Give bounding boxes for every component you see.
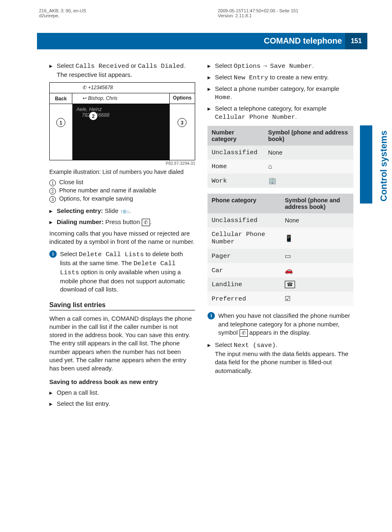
illustration-id: P82.87-3294-31 (49, 161, 195, 166)
circle-2-icon: 2 (49, 188, 56, 194)
step-number-category: Select a phone number category, for exam… (208, 85, 353, 102)
left-column: Select Calls Received or Calls Dialed. T… (49, 62, 195, 410)
callout-1-icon: 1 (56, 118, 65, 127)
illustration-caption: Example illustration: List of numbers yo… (49, 168, 195, 176)
symbol-icon: 🏢 (268, 177, 277, 184)
callout-text: Close list (59, 179, 83, 186)
category-cell: Unclassified (208, 213, 281, 227)
category-cell: Unclassified (208, 146, 264, 160)
mono-text: Delete Call Lists (79, 251, 144, 258)
callout-row: 3Options, for example saving (49, 195, 195, 203)
text: Select (215, 62, 234, 69)
category-cell: Car (208, 263, 281, 278)
mono-text: Cellular Phone Number (215, 113, 295, 121)
symbol-icon: ☑ (285, 295, 291, 302)
header-title: COMAND telephone (264, 36, 342, 46)
header-bar: COMAND telephone 151 (37, 33, 367, 49)
page-number: 151 (345, 33, 367, 49)
triangle-icon (208, 62, 215, 71)
callout-2-icon: 2 (89, 111, 98, 120)
text: Open a call list. (57, 389, 195, 397)
triangle-icon (49, 62, 57, 79)
step-select-calls: Select Calls Received or Calls Dialed. T… (49, 62, 195, 79)
mono-text: Home (215, 94, 230, 101)
symbol-cell: 🏢 (264, 173, 353, 188)
text: option is only available when using a mo… (60, 268, 185, 293)
mono-text: Next (save) (234, 342, 276, 349)
number-category-table: Number categorySymbol (phone and address… (208, 126, 353, 188)
step-dialing-number: Dialing number: Press button ✆. (49, 218, 195, 226)
triangle-icon (49, 207, 57, 215)
text: Select (57, 62, 76, 69)
th: Number category (208, 126, 264, 146)
step-next-save: Select Next (save).The input menu with t… (208, 341, 353, 375)
text: Select (215, 341, 234, 348)
category-cell: Cellular Phone Number (208, 227, 281, 249)
screenshot-illustration: ✆ +12345678 Back ↩ Bishop, Chris Options… (49, 82, 195, 160)
text: The respective list appears. (57, 71, 132, 78)
text: Press button (104, 218, 142, 225)
label: Selecting entry: (57, 207, 103, 214)
triangle-icon (49, 389, 57, 397)
text: to create a new entry. (268, 74, 329, 81)
symbol-cell: None (264, 146, 353, 160)
symbol-cell: ☑ (281, 291, 353, 306)
symbol-icon: ☎ (285, 281, 295, 288)
triangle-icon (208, 73, 215, 82)
text: Select (60, 250, 79, 257)
symbol-cell: 📱 (281, 227, 353, 249)
category-cell: Home (208, 160, 264, 173)
phone-symbol-icon: ✆ (240, 329, 248, 337)
table-row: Pager▭ (208, 249, 353, 263)
text: . (276, 341, 277, 348)
symbol-cell: 🚗 (281, 263, 353, 278)
call-button-icon: ✆ (142, 219, 150, 226)
callout-row: 1Close list (49, 179, 195, 186)
table-row: Car🚗 (208, 263, 353, 278)
table-row: Landline☎ (208, 278, 353, 291)
text: . (230, 93, 232, 100)
table-row: Work🏢 (208, 173, 353, 188)
text: Select a phone number category, for exam… (215, 85, 339, 92)
triangle-icon (208, 85, 215, 102)
phone-category-table: Phone categorySymbol (phone and address … (208, 194, 353, 306)
text: The input menu with the data fields appe… (215, 350, 348, 374)
th: Symbol (phone and address book) (281, 194, 353, 213)
category-cell: Work (208, 173, 264, 188)
text: Slide (103, 207, 120, 214)
info-note: i When you have not classified the phone… (208, 312, 353, 337)
step-open-call-list: Open a call list. (49, 389, 195, 397)
info-icon: i (208, 312, 215, 319)
table-row: Preferred☑ (208, 291, 353, 306)
table-row: Cellular Phone Number📱 (208, 227, 353, 249)
step-new-entry: Select New Entry to create a new entry. (208, 73, 353, 82)
callout-row: 2Phone number and name if available (49, 187, 195, 194)
text: . (312, 62, 314, 69)
arrow-text: → (261, 62, 270, 69)
meta-top-left: 216_AKB; 3; 90, en-US d2ureepe, (39, 8, 86, 18)
right-column: Select Options → Save Number. Select New… (208, 62, 353, 410)
side-tab-label: Control systems (378, 127, 389, 201)
heading-saving-addrbook: Saving to address book as new entry (49, 378, 195, 385)
mono-text: Calls Received (76, 62, 129, 70)
category-cell: Preferred (208, 291, 281, 306)
callout-3-icon: 3 (178, 118, 187, 127)
meta-top-right: 2009-05-15T11:47:50+02:00 - Seite 151 Ve… (218, 8, 298, 18)
mono-text: Calls Dialed (138, 62, 184, 70)
text: Select (215, 74, 234, 81)
symbol-icon: 🚗 (285, 267, 293, 274)
heading-saving-list: Saving list entries (49, 301, 195, 310)
th: Phone category (208, 194, 281, 213)
table-row: UnclassifiedNone (208, 213, 353, 227)
symbol-cell: ▭ (281, 249, 353, 263)
triangle-icon (208, 104, 215, 122)
triangle-icon (208, 341, 215, 375)
illus-name2: ele, Heinz (80, 106, 101, 112)
circle-1-icon: 1 (49, 180, 56, 186)
callout-text: Phone number and name if available (59, 187, 156, 194)
info-note: i Select Delete Call Lists to delete bot… (49, 250, 195, 294)
table-row: UnclassifiedNone (208, 146, 353, 160)
info-icon: i (49, 250, 57, 258)
table-row: Home⌂ (208, 160, 353, 173)
mono-text: Save Number (270, 62, 312, 70)
